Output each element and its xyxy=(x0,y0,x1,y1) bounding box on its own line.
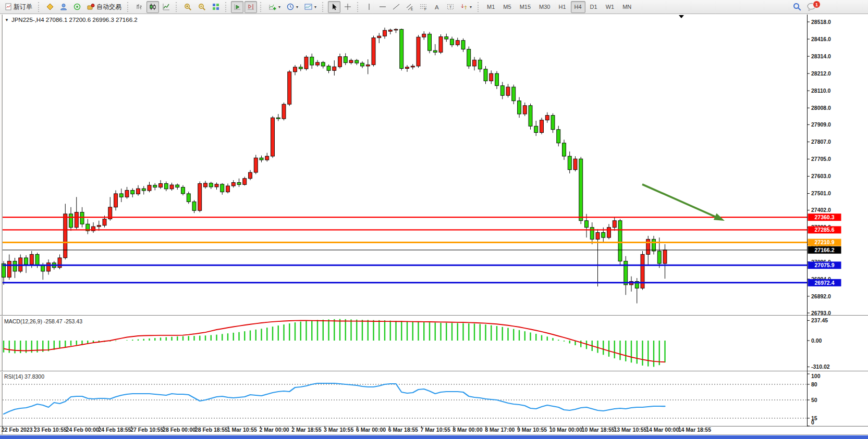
candles-chart-button[interactable] xyxy=(146,1,159,13)
tile-windows-button[interactable] xyxy=(210,1,222,13)
chevron-down-icon: ▾ xyxy=(470,5,472,9)
profile-button[interactable] xyxy=(44,1,56,13)
candle-body xyxy=(231,182,235,185)
window-bottom-bar xyxy=(0,435,868,439)
time-axis-label: 10 Mar 18:55 xyxy=(582,427,615,433)
indicators-icon xyxy=(268,3,276,10)
tf-d1-button[interactable]: D1 xyxy=(586,1,601,13)
auto-scroll-button[interactable] xyxy=(231,1,243,13)
linechart-icon xyxy=(163,3,170,10)
chevron-down-icon: ▾ xyxy=(314,5,316,9)
candle-body xyxy=(400,29,404,68)
candle-body xyxy=(372,37,375,65)
candle-body xyxy=(187,194,190,202)
price-axis-tick-label: 27909.0 xyxy=(811,121,831,128)
text-button[interactable]: A xyxy=(431,1,443,13)
time-axis-label: 24 Feb 00:00 xyxy=(66,427,99,433)
toolbar-separator xyxy=(38,2,41,12)
candle-body xyxy=(557,130,560,143)
time-axis-label: 14 Mar 00:00 xyxy=(646,427,679,433)
candle-body xyxy=(69,214,73,228)
signals-button[interactable] xyxy=(71,1,83,13)
indicators-button[interactable]: ▾ xyxy=(266,1,283,13)
tf-m5-button[interactable]: M5 xyxy=(499,1,515,13)
fibonacci-button[interactable]: F xyxy=(417,1,430,13)
candle-body xyxy=(97,225,101,227)
chart-canvas[interactable]: 28518.028416.028314.028212.028110.028008… xyxy=(0,0,868,439)
candle-body xyxy=(461,41,465,49)
candle xyxy=(198,182,202,212)
price-axis-tick-label: 27402.0 xyxy=(811,207,831,213)
time-axis-label: 6 Mar 00:00 xyxy=(356,427,386,433)
candle-body xyxy=(540,120,544,133)
trendline-button[interactable] xyxy=(390,1,402,13)
tf-m1-button-label: M1 xyxy=(487,4,495,10)
new-order-button[interactable]: 新订单 xyxy=(2,1,35,13)
candle-body xyxy=(333,67,336,70)
candle xyxy=(372,36,375,67)
candle-body xyxy=(294,67,297,72)
toolbar-separator xyxy=(225,2,228,12)
candle-body xyxy=(7,261,11,278)
candle-body xyxy=(316,62,320,65)
candle xyxy=(288,70,291,106)
candle-body xyxy=(249,172,252,179)
tf-m15-button[interactable]: M15 xyxy=(516,1,534,13)
candle-body xyxy=(361,63,364,66)
rsi-axis-tick-label: 50 xyxy=(811,397,817,403)
hline-icon xyxy=(379,3,386,10)
candle-body xyxy=(646,239,650,254)
chart-shift-button[interactable] xyxy=(244,1,257,13)
autotrade-button[interactable]: 自动交易 xyxy=(84,1,124,13)
candle-body xyxy=(260,158,263,160)
collapse-icon[interactable]: ▼ xyxy=(5,18,9,22)
channel-button[interactable]: E xyxy=(404,1,416,13)
label-button[interactable]: T xyxy=(444,1,457,13)
price-axis-tick-label: 28212.0 xyxy=(811,70,831,77)
vertical-line-button[interactable] xyxy=(363,1,375,13)
candle-body xyxy=(304,57,308,69)
tf-w1-button[interactable]: W1 xyxy=(602,1,618,13)
search-button[interactable] xyxy=(793,3,802,11)
toolbar-right: 1 xyxy=(793,0,817,14)
chart-background xyxy=(0,14,868,439)
candle-body xyxy=(349,60,353,63)
tf-m30-button[interactable]: M30 xyxy=(535,1,554,13)
horizontal-line-button[interactable] xyxy=(376,1,389,13)
textA-icon: A xyxy=(433,3,441,10)
tf-m1-button[interactable]: M1 xyxy=(483,1,498,13)
candle-body xyxy=(551,116,555,130)
bars-icon xyxy=(136,3,143,10)
price-axis-tick-label: 28110.0 xyxy=(811,87,831,94)
notifications-button[interactable]: 1 xyxy=(807,3,817,11)
zoom-in-button[interactable] xyxy=(181,1,194,13)
tf-h1-button[interactable]: H1 xyxy=(555,1,569,13)
tf-h4-button[interactable]: H4 xyxy=(571,1,585,13)
market-watch-button[interactable] xyxy=(57,1,70,13)
line-chart-button[interactable] xyxy=(160,1,173,13)
candle xyxy=(187,192,190,204)
vline-icon xyxy=(365,3,373,10)
fibo-icon: F xyxy=(420,3,427,10)
zoom-out-button[interactable] xyxy=(195,1,209,13)
cursor-button[interactable] xyxy=(328,1,340,13)
rsi-axis-tick-label: 100 xyxy=(811,373,821,379)
cursor-icon xyxy=(331,3,338,10)
candle-body xyxy=(243,179,247,185)
periods-button[interactable]: ▾ xyxy=(284,1,301,13)
tf-h1-button-label: H1 xyxy=(558,4,566,10)
toolbar-separator xyxy=(127,2,130,12)
arrows-button[interactable]: ▾ xyxy=(458,1,474,13)
candle-body xyxy=(573,159,577,170)
time-axis-label: 7 Mar 10:55 xyxy=(421,427,450,433)
bars-chart-button[interactable] xyxy=(133,1,145,13)
templates-button[interactable]: ▾ xyxy=(302,1,319,13)
candle-body xyxy=(198,183,202,210)
rsi-axis-tick-label: 80 xyxy=(811,381,817,387)
candle-body xyxy=(355,60,359,63)
tf-mn-button[interactable]: MN xyxy=(619,1,635,13)
candle xyxy=(400,29,404,70)
crosshair-button[interactable] xyxy=(341,1,354,13)
candle-body xyxy=(142,189,145,191)
candle xyxy=(417,35,420,68)
